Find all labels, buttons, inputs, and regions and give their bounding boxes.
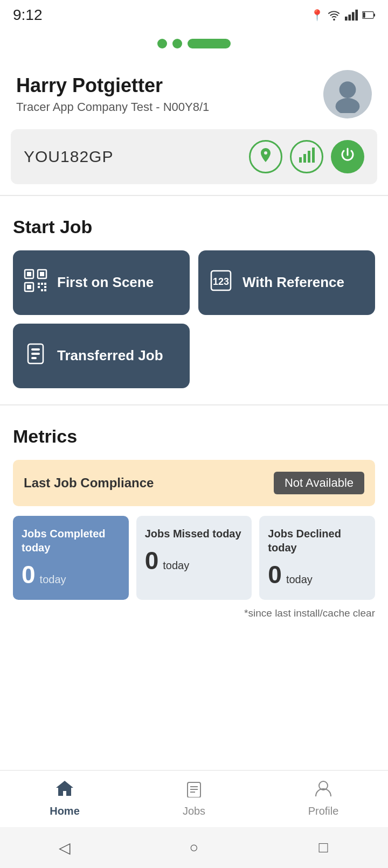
status-bar: 9:12 📍 bbox=[0, 0, 388, 28]
jobs-missed-card: Jobs Missed today 0 today bbox=[136, 516, 252, 600]
profile-name: Harry Potgietter bbox=[16, 74, 209, 97]
compliance-label: Last Job Compliance bbox=[24, 475, 154, 491]
svg-rect-25 bbox=[44, 289, 46, 291]
progress-indicator bbox=[0, 28, 388, 65]
jobs-declined-title: Jobs Declined today bbox=[268, 527, 366, 555]
divider-1 bbox=[0, 195, 388, 196]
first-on-scene-label: First on Scene bbox=[57, 274, 154, 292]
transfer-icon bbox=[24, 342, 47, 370]
svg-rect-16 bbox=[40, 272, 44, 276]
divider-2 bbox=[0, 404, 388, 405]
vehicle-id: YOU182GP bbox=[24, 148, 113, 166]
power-icon bbox=[340, 147, 356, 167]
svg-text:123: 123 bbox=[213, 276, 229, 287]
jobs-completed-today: today bbox=[40, 573, 66, 586]
signal-icon bbox=[299, 148, 315, 166]
start-job-title: Start Job bbox=[13, 216, 375, 237]
compliance-badge: Not Available bbox=[274, 472, 364, 494]
jobs-declined-value-row: 0 today bbox=[268, 560, 366, 589]
nav-profile-label: Profile bbox=[308, 805, 339, 817]
nav-jobs-label: Jobs bbox=[183, 805, 205, 817]
signal-bars-icon bbox=[345, 9, 358, 22]
svg-rect-11 bbox=[308, 151, 310, 163]
svg-rect-1 bbox=[348, 15, 351, 20]
qr-icon bbox=[24, 269, 47, 297]
jobs-completed-value-row: 0 today bbox=[22, 560, 120, 589]
jobs-missed-value-row: 0 today bbox=[145, 546, 244, 575]
power-button[interactable] bbox=[331, 140, 364, 173]
jobs-declined-card: Jobs Declined today 0 today bbox=[259, 516, 375, 600]
nav-home-label: Home bbox=[50, 805, 80, 817]
android-back-button[interactable]: ◁ bbox=[48, 831, 81, 864]
vehicle-actions bbox=[249, 140, 364, 173]
progress-dot-1 bbox=[157, 39, 167, 48]
location-button[interactable] bbox=[249, 140, 282, 173]
compliance-row: Last Job Compliance Not Available bbox=[13, 460, 375, 506]
svg-rect-22 bbox=[38, 286, 40, 288]
with-reference-label: With Reference bbox=[242, 274, 344, 292]
svg-rect-14 bbox=[27, 272, 31, 276]
metrics-cards: Jobs Completed today 0 today Jobs Missed… bbox=[13, 516, 375, 600]
metric-footnote: *since last install/cache clear bbox=[13, 607, 375, 619]
svg-point-8 bbox=[336, 98, 360, 113]
reference-icon: 123 bbox=[209, 269, 233, 297]
svg-rect-2 bbox=[352, 12, 355, 20]
svg-rect-10 bbox=[303, 154, 306, 163]
start-job-section: Start Job bbox=[0, 201, 388, 399]
status-icons: 📍 bbox=[310, 9, 375, 22]
location-icon bbox=[258, 147, 274, 167]
jobs-completed-value: 0 bbox=[22, 560, 36, 589]
signal-button[interactable] bbox=[290, 140, 323, 173]
jobs-missed-value: 0 bbox=[145, 546, 159, 575]
profile-info: Harry Potgietter Tracer App Company Test… bbox=[16, 74, 209, 114]
svg-rect-6 bbox=[363, 12, 365, 18]
svg-rect-29 bbox=[31, 348, 40, 351]
svg-rect-24 bbox=[44, 286, 46, 288]
avatar bbox=[323, 70, 372, 118]
svg-rect-19 bbox=[38, 283, 40, 285]
progress-bar-active bbox=[188, 39, 231, 48]
svg-rect-0 bbox=[345, 17, 348, 20]
job-buttons-grid: First on Scene 123 With Reference bbox=[13, 250, 375, 388]
status-time: 9:12 bbox=[13, 6, 43, 24]
transferred-job-button[interactable]: Transferred Job bbox=[13, 324, 190, 388]
battery-icon bbox=[362, 9, 375, 22]
android-recent-button[interactable]: □ bbox=[307, 831, 340, 864]
svg-rect-20 bbox=[41, 283, 43, 285]
nav-profile[interactable]: Profile bbox=[259, 779, 388, 817]
svg-rect-12 bbox=[312, 148, 315, 163]
svg-rect-5 bbox=[373, 13, 375, 17]
profile-section: Harry Potgietter Tracer App Company Test… bbox=[0, 65, 388, 129]
android-nav: ◁ ○ □ bbox=[0, 827, 388, 868]
svg-rect-3 bbox=[355, 10, 358, 20]
svg-rect-18 bbox=[27, 285, 31, 289]
svg-rect-31 bbox=[31, 357, 37, 359]
home-icon bbox=[55, 779, 74, 802]
svg-point-7 bbox=[340, 81, 356, 98]
android-home-button[interactable]: ○ bbox=[178, 831, 210, 864]
svg-rect-23 bbox=[41, 289, 43, 291]
with-reference-button[interactable]: 123 With Reference bbox=[198, 250, 375, 315]
svg-rect-21 bbox=[44, 283, 46, 285]
vehicle-card: YOU182GP bbox=[11, 129, 377, 184]
profile-icon bbox=[314, 779, 333, 802]
bottom-nav: Home Jobs Profile bbox=[0, 770, 388, 825]
profile-company: Tracer App Company Test - N00Y8/1 bbox=[16, 100, 209, 114]
location-status-icon: 📍 bbox=[310, 9, 323, 22]
metrics-section: Metrics Last Job Compliance Not Availabl… bbox=[0, 411, 388, 630]
wifi-icon bbox=[328, 9, 341, 22]
jobs-completed-title: Jobs Completed today bbox=[22, 527, 120, 555]
first-on-scene-button[interactable]: First on Scene bbox=[13, 250, 190, 315]
jobs-missed-today: today bbox=[163, 559, 189, 572]
nav-home[interactable]: Home bbox=[0, 779, 129, 817]
svg-rect-9 bbox=[299, 157, 302, 163]
nav-jobs[interactable]: Jobs bbox=[129, 779, 259, 817]
progress-dot-2 bbox=[172, 39, 182, 48]
jobs-icon bbox=[184, 779, 204, 802]
metrics-title: Metrics bbox=[13, 426, 375, 447]
jobs-declined-value: 0 bbox=[268, 560, 282, 589]
jobs-missed-title: Jobs Missed today bbox=[145, 527, 244, 541]
transferred-job-label: Transferred Job bbox=[57, 347, 163, 365]
svg-rect-30 bbox=[31, 353, 40, 355]
jobs-completed-card: Jobs Completed today 0 today bbox=[13, 516, 129, 600]
